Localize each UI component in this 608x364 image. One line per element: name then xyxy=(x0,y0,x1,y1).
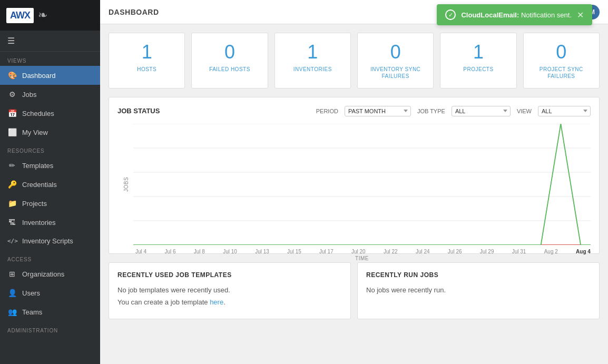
stat-number-inventories: 1 xyxy=(280,42,345,63)
recently-used-templates-create: You can create a job template here. xyxy=(117,298,342,306)
content-area: 1 HOSTS 0 FAILED HOSTS 1 INVENTORIES 0 I… xyxy=(100,24,608,364)
sidebar-section-views: VIEWS xyxy=(0,54,100,66)
sidebar-section-access: ACCESS xyxy=(0,252,100,264)
stat-label-projects: PROJECTS xyxy=(446,66,511,73)
stat-number-projects: 1 xyxy=(446,42,511,63)
sidebar-item-label: Credentials xyxy=(22,181,57,189)
x-tick: Jul 26 xyxy=(448,249,462,254)
sidebar-logo: AWX ❧ xyxy=(0,0,100,31)
jobtype-select[interactable]: ALL SCM PLAYBOOK RUN xyxy=(452,106,511,116)
toast-message-rest: Notification sent. xyxy=(519,11,572,19)
projects-icon: 📁 xyxy=(7,199,17,208)
chart-y-label: JOBS xyxy=(123,177,129,192)
x-tick: Jul 24 xyxy=(416,249,430,254)
recently-run-jobs-card: RECENTLY RUN JOBS No jobs were recently … xyxy=(357,262,600,319)
chart-title: JOB STATUS xyxy=(117,107,160,115)
stat-number-inventory-sync-failures: 0 xyxy=(363,42,428,63)
myview-icon: ⬜ xyxy=(7,128,17,136)
x-tick: Jul 31 xyxy=(512,249,526,254)
sidebar-section-administration: ADMINISTRATION xyxy=(0,323,100,336)
stat-number-hosts: 1 xyxy=(114,42,179,63)
sidebar-item-label: Jobs xyxy=(22,91,36,99)
sidebar-item-label: Inventory Scripts xyxy=(22,237,73,245)
credentials-icon: 🔑 xyxy=(7,180,17,189)
sidebar-item-inventory-scripts[interactable]: </> Inventory Scripts xyxy=(0,232,100,250)
sidebar-toggle-button[interactable]: ☰ xyxy=(0,31,100,52)
dashboard-icon: 🎨 xyxy=(7,71,17,80)
recently-used-templates-card: RECENTLY USED JOB TEMPLATES No job templ… xyxy=(109,262,351,319)
chart-svg: 1 0.8 0.6 0.4 0.2 0 xyxy=(133,124,591,245)
sidebar-item-label: Teams xyxy=(22,308,42,316)
view-select[interactable]: ALL SUCCESSFUL FAILED xyxy=(538,106,591,116)
x-tick: Jul 6 xyxy=(164,249,175,254)
create-period: . xyxy=(223,298,225,306)
x-tick: Jul 29 xyxy=(480,249,494,254)
job-status-card: JOB STATUS PERIOD PAST MONTH PAST WEEK P… xyxy=(109,97,600,254)
sidebar-item-label: Dashboard xyxy=(22,72,56,80)
teams-icon: 👥 xyxy=(7,308,17,316)
inventory-scripts-icon: </> xyxy=(7,238,17,244)
sidebar-item-label: Inventories xyxy=(22,219,56,227)
bottom-row: RECENTLY USED JOB TEMPLATES No job templ… xyxy=(109,262,600,319)
stat-label-inventories: INVENTORIES xyxy=(280,66,345,73)
sidebar-item-teams[interactable]: 👥 Teams xyxy=(0,302,100,321)
stat-label-failed-hosts: FAILED HOSTS xyxy=(197,66,262,73)
schedules-icon: 📅 xyxy=(7,109,17,117)
x-tick: Aug 4 xyxy=(576,249,591,254)
create-link[interactable]: here xyxy=(210,298,223,306)
period-select[interactable]: PAST MONTH PAST WEEK PAST TWO WEEKS xyxy=(345,106,411,116)
sidebar-item-label: Users xyxy=(22,289,40,297)
period-label: PERIOD xyxy=(316,108,338,114)
sidebar: AWX ❧ ☰ VIEWS 🎨 Dashboard ⚙ Jobs 📅 Sched… xyxy=(0,0,100,364)
sidebar-item-label: My View xyxy=(22,129,48,136)
stat-number-project-sync-failures: 0 xyxy=(529,42,594,63)
sidebar-item-label: Projects xyxy=(22,200,47,208)
x-tick: Jul 13 xyxy=(255,249,269,254)
stat-card-failed-hosts[interactable]: 0 FAILED HOSTS xyxy=(191,33,268,88)
x-tick: Aug 2 xyxy=(544,249,558,254)
toast-message: CloudLocalEmail: Notification sent. xyxy=(461,11,572,19)
chart-x-labels: Jul 4 Jul 6 Jul 8 Jul 10 Jul 13 Jul 15 J… xyxy=(133,249,591,254)
sidebar-item-inventories[interactable]: 🏗 Inventories xyxy=(0,213,100,232)
page-title: DASHBOARD xyxy=(109,8,159,16)
toast-message-bold: CloudLocalEmail: xyxy=(461,11,519,19)
jobtype-label: JOB TYPE xyxy=(417,108,445,114)
sidebar-item-credentials[interactable]: 🔑 Credentials xyxy=(0,175,100,194)
chart-area: JOBS 1 0.8 0.6 0.4 0.2 0 xyxy=(133,124,591,245)
stat-card-inventory-sync-failures[interactable]: 0 INVENTORY SYNCFAILURES xyxy=(357,33,434,88)
x-tick: Jul 15 xyxy=(287,249,301,254)
sidebar-item-projects[interactable]: 📁 Projects xyxy=(0,194,100,213)
sidebar-item-schedules[interactable]: 📅 Schedules xyxy=(0,104,100,123)
x-tick: Jul 8 xyxy=(194,249,205,254)
recently-run-jobs-empty: No jobs were recently run. xyxy=(366,286,591,294)
toast-close-button[interactable]: ✕ xyxy=(577,10,584,20)
sidebar-item-label: Schedules xyxy=(22,110,54,117)
stat-card-project-sync-failures[interactable]: 0 PROJECT SYNCFAILURES xyxy=(523,33,600,88)
recently-used-templates-title: RECENTLY USED JOB TEMPLATES xyxy=(117,271,342,279)
sidebar-item-jobs[interactable]: ⚙ Jobs xyxy=(0,85,100,104)
sidebar-item-dashboard[interactable]: 🎨 Dashboard xyxy=(0,66,100,85)
sidebar-item-organizations[interactable]: ⊞ Organizations xyxy=(0,264,100,283)
stat-card-projects[interactable]: 1 PROJECTS xyxy=(440,33,516,88)
chart-header: JOB STATUS PERIOD PAST MONTH PAST WEEK P… xyxy=(117,106,591,116)
stat-label-project-sync-failures: PROJECT SYNCFAILURES xyxy=(529,66,594,80)
jobs-icon: ⚙ xyxy=(7,90,17,99)
sidebar-item-label: Templates xyxy=(22,162,53,170)
logo-text: AWX xyxy=(6,8,34,23)
x-tick: Jul 20 xyxy=(351,249,366,254)
inventories-icon: 🏗 xyxy=(7,218,17,227)
stat-card-hosts[interactable]: 1 HOSTS xyxy=(109,33,185,88)
recently-used-templates-empty: No job templates were recently used. xyxy=(117,286,342,294)
sidebar-item-myview[interactable]: ⬜ My View xyxy=(0,123,100,142)
main-area: ✓ CloudLocalEmail: Notification sent. ✕ … xyxy=(100,0,608,364)
x-tick: Jul 22 xyxy=(384,249,398,254)
sidebar-item-templates[interactable]: ✏ Templates xyxy=(0,156,100,175)
x-tick: Jul 10 xyxy=(223,249,237,254)
templates-icon: ✏ xyxy=(7,161,17,170)
users-icon: 👤 xyxy=(7,289,17,297)
stat-label-inventory-sync-failures: INVENTORY SYNCFAILURES xyxy=(363,66,428,80)
stat-card-inventories[interactable]: 1 INVENTORIES xyxy=(274,33,351,88)
create-text: You can create a job template xyxy=(117,298,210,306)
sidebar-item-users[interactable]: 👤 Users xyxy=(0,283,100,302)
x-tick: Jul 17 xyxy=(319,249,334,254)
